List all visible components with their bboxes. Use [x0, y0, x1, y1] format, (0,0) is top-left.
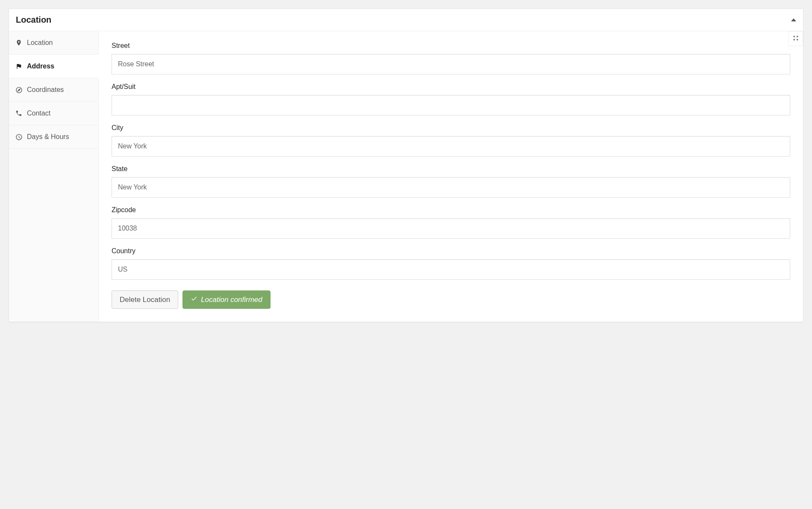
location-panel: Location Location Address Coordinates: [9, 9, 803, 322]
sidebar-item-coordinates[interactable]: Coordinates: [9, 78, 98, 102]
zipcode-label: Zipcode: [112, 206, 790, 214]
state-input[interactable]: [112, 177, 790, 198]
expand-button[interactable]: [788, 31, 803, 46]
apt-input[interactable]: [112, 95, 790, 115]
street-field: Street: [112, 42, 790, 74]
zipcode-input[interactable]: [112, 218, 790, 239]
panel-header: Location: [9, 9, 803, 31]
country-input[interactable]: [112, 259, 790, 280]
clock-icon: [15, 133, 23, 141]
state-label: State: [112, 165, 790, 173]
sidebar-item-days-hours[interactable]: Days & Hours: [9, 125, 98, 149]
sidebar-item-address[interactable]: Address: [9, 55, 99, 78]
panel-body: Location Address Coordinates Contact: [9, 31, 803, 322]
phone-icon: [15, 109, 23, 117]
form-area: Street Apt/Suit City State Zipcode Count: [99, 31, 803, 322]
sidebar-item-label: Coordinates: [27, 86, 64, 94]
street-label: Street: [112, 42, 790, 50]
expand-icon: [793, 35, 799, 42]
sidebar-item-label: Location: [27, 39, 53, 47]
location-pin-icon: [15, 39, 23, 47]
city-field: City: [112, 124, 790, 157]
compass-icon: [15, 86, 23, 94]
delete-location-button[interactable]: Delete Location: [112, 290, 178, 309]
sidebar: Location Address Coordinates Contact: [9, 31, 99, 322]
sidebar-item-label: Contact: [27, 109, 50, 117]
city-label: City: [112, 124, 790, 132]
location-confirmed-label: Location confirmed: [201, 296, 262, 304]
actions-row: Delete Location Location confirmed: [112, 290, 790, 309]
sidebar-item-label: Days & Hours: [27, 133, 69, 141]
panel-title: Location: [16, 15, 51, 25]
sidebar-item-location[interactable]: Location: [9, 31, 98, 55]
city-input[interactable]: [112, 136, 790, 157]
sidebar-item-label: Address: [27, 62, 54, 70]
country-field: Country: [112, 247, 790, 280]
flag-icon: [15, 62, 23, 70]
check-icon: [191, 295, 197, 304]
sidebar-item-contact[interactable]: Contact: [9, 102, 98, 125]
apt-field: Apt/Suit: [112, 83, 790, 115]
collapse-toggle-icon[interactable]: [791, 18, 796, 21]
apt-label: Apt/Suit: [112, 83, 790, 91]
state-field: State: [112, 165, 790, 198]
delete-location-label: Delete Location: [120, 296, 170, 304]
zipcode-field: Zipcode: [112, 206, 790, 239]
country-label: Country: [112, 247, 790, 255]
location-confirmed-button[interactable]: Location confirmed: [182, 290, 271, 309]
street-input[interactable]: [112, 54, 790, 74]
